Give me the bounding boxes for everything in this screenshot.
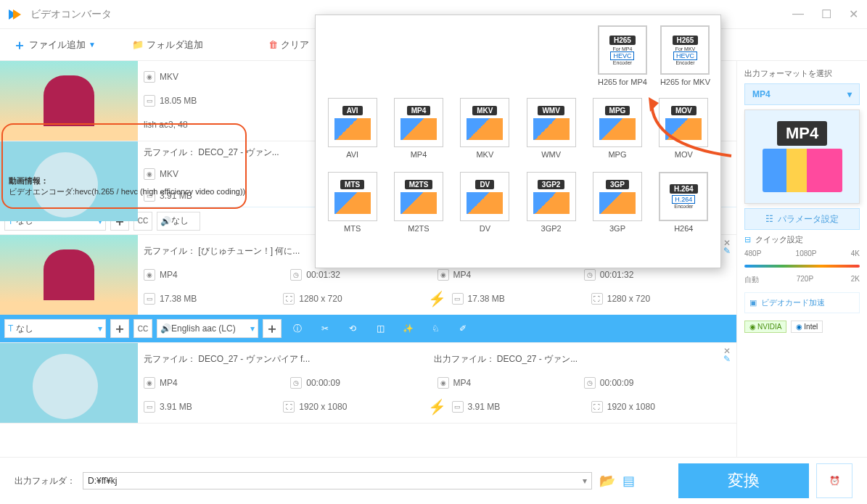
format-item-mkv[interactable]: MKVMKV: [456, 95, 514, 162]
schedule-button[interactable]: ⏰: [816, 463, 852, 498]
format-item-mts[interactable]: MTSMTS: [323, 169, 382, 236]
browse-folder-button[interactable]: 📂: [599, 473, 615, 489]
folder-icon: ▭: [452, 293, 464, 305]
video-thumbnail[interactable]: [0, 343, 138, 423]
trash-icon: 🗑: [268, 39, 278, 50]
video-thumbnail[interactable]: [0, 61, 138, 141]
quality-slider[interactable]: [744, 265, 860, 268]
subtitle-select[interactable]: Tなし▾: [4, 319, 106, 338]
item-subbar-active: Tなし▾ ＋ CC 🔊English aac (LC)▾ ＋ ⓘ ✂ ⟲ ◫ ✨…: [0, 315, 736, 342]
format-item-dv[interactable]: DVDV: [456, 169, 514, 236]
audio-select[interactable]: 🔊English aac (LC)▾: [157, 319, 258, 338]
output-folder-label: 出力フォルダ：: [15, 475, 75, 487]
clock-icon: ◷: [584, 269, 596, 281]
add-folder-button[interactable]: 📁 フォルダ追加: [132, 38, 203, 51]
quick-settings-header: ⊟クイック設定: [744, 234, 860, 245]
format-item-mov[interactable]: MOVMOV: [654, 95, 713, 162]
edit-tool[interactable]: ✐: [451, 317, 474, 340]
format-item-h264[interactable]: H.264H.264EncoderH264: [654, 169, 713, 236]
plus-icon: ＋: [13, 36, 26, 54]
open-folder-button[interactable]: ▤: [622, 473, 635, 489]
cut-tool[interactable]: ✂: [313, 317, 337, 340]
format-item-m2ts[interactable]: M2TSM2TS: [389, 169, 448, 236]
video-thumbnail[interactable]: [0, 235, 138, 315]
output-folder-field[interactable]: D:¥ff¥kj▾: [83, 472, 592, 489]
add-file-button[interactable]: ＋ ファイル追加 ▼: [13, 36, 96, 54]
format-preview-icon: [763, 149, 842, 192]
folder-icon: ▭: [144, 293, 155, 305]
format-item-wmv[interactable]: WMVWMV: [522, 95, 580, 162]
intel-chip[interactable]: ◉Intel: [791, 321, 823, 333]
folder-icon: 📁: [132, 39, 144, 50]
window-maximize[interactable]: ☐: [821, 7, 831, 21]
add-subtitle-button[interactable]: ＋: [110, 319, 129, 338]
output-format-preview[interactable]: MP4: [744, 110, 860, 204]
format-item-h265-mkv[interactable]: H265For MKVHEVCEncoder H265 for MKV: [657, 22, 713, 89]
dim-icon: ⛶: [283, 293, 295, 305]
output-format-label: 出力フォーマットを選択: [744, 68, 860, 79]
format-icon: ◉: [144, 269, 155, 281]
format-item-h265-mp4[interactable]: H265For MP4HEVCEncoder H265 for MP4: [595, 22, 650, 89]
dim-icon: ⛶: [591, 293, 603, 305]
bottom-bar: 出力フォルダ： D:¥ff¥kj▾ 📂 ▤ 変換 ⏰: [0, 457, 867, 504]
format-item-mpg[interactable]: MPGMPG: [588, 95, 646, 162]
info-tool[interactable]: ⓘ: [286, 317, 309, 340]
rotate-tool[interactable]: ⟲: [341, 317, 364, 340]
format-icon: ◉: [437, 269, 449, 281]
remove-item-button[interactable]: ✕: [723, 238, 731, 248]
format-item-avi[interactable]: AVIAVI: [323, 95, 382, 162]
sidebar: 出力フォーマットを選択 MP4▾ MP4 ☷ パラメータ設定 ⊟クイック設定 4…: [736, 61, 867, 457]
clock-icon: ◷: [290, 269, 302, 281]
format-item-3gp[interactable]: 3GP3GP: [588, 169, 646, 236]
format-item-mp4[interactable]: MP4MP4: [389, 95, 448, 162]
format-item-3gp2[interactable]: 3GP23GP2: [522, 169, 580, 236]
watermark-tool[interactable]: ♘: [424, 317, 447, 340]
output-format-select[interactable]: MP4▾: [744, 83, 860, 105]
callout-text: 動画情報： ビデオエンコーダ:hevc(h.265 / hevc (high e…: [9, 175, 245, 197]
parameter-settings-button[interactable]: ☷ パラメータ設定: [744, 208, 860, 230]
clear-button[interactable]: 🗑 クリア: [268, 38, 309, 51]
crop-tool[interactable]: ◫: [369, 317, 392, 340]
app-logo-icon: [9, 7, 25, 22]
effect-tool[interactable]: ✨: [396, 317, 419, 340]
chevron-down-icon: ▼: [89, 41, 96, 49]
window-close[interactable]: ✕: [849, 7, 858, 21]
gpu-accel-header: ▣ ビデオカード加速: [744, 292, 860, 313]
format-picker-popup: H265For MP4HEVCEncoder H265 for MP4 H265…: [315, 15, 721, 268]
window-minimize[interactable]: —: [792, 7, 804, 21]
sliders-icon: ☷: [765, 214, 773, 224]
audio-select[interactable]: 🔊なし: [157, 212, 200, 231]
convert-button[interactable]: 変換: [678, 463, 809, 498]
bolt-icon: ⚡: [423, 398, 452, 416]
cc-button[interactable]: CC: [133, 319, 152, 338]
list-item[interactable]: 元ファイル： DECO_27 - ヴァンパイア f... 出力ファイル： DEC…: [0, 343, 736, 424]
chip-icon: ▣: [749, 298, 757, 307]
add-audio-button[interactable]: ＋: [263, 319, 282, 338]
folder-icon: ▭: [144, 95, 155, 107]
bolt-icon: ⚡: [423, 290, 452, 307]
format-icon: ◉: [144, 71, 155, 83]
remove-item-button[interactable]: ✕: [723, 346, 731, 356]
nvidia-chip[interactable]: ◉NVIDIA: [744, 321, 786, 333]
app-title: ビデオコンバータ: [30, 8, 112, 21]
